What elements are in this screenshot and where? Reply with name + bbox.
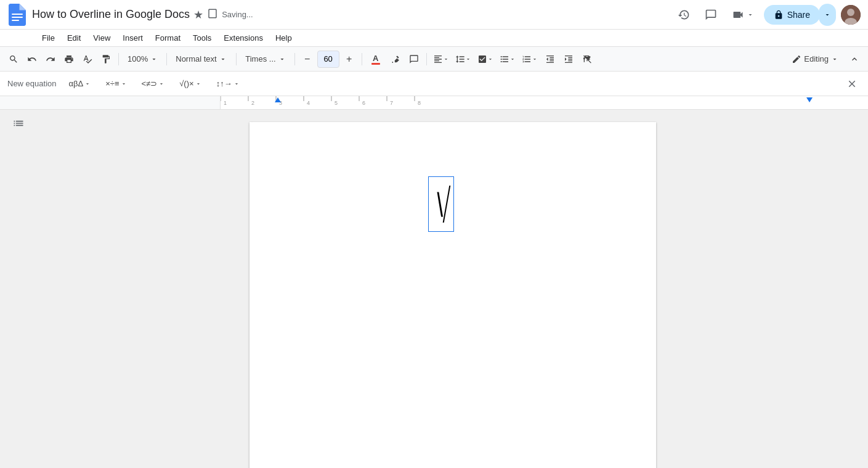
header-right: Share <box>673 4 861 26</box>
star-icon[interactable]: ★ <box>193 8 203 22</box>
menu-format[interactable]: Format <box>150 32 185 44</box>
menu-view[interactable]: View <box>88 32 115 44</box>
expand-toolbar-button[interactable] <box>846 51 863 68</box>
doc-title-row: How to Overline in Google Docs ★ Saving.… <box>32 8 668 22</box>
svg-point-4 <box>847 9 854 16</box>
svg-rect-0 <box>12 14 23 15</box>
font-size-decrease[interactable]: − <box>299 51 316 68</box>
close-equation-bar-button[interactable] <box>843 75 861 92</box>
doc-title-area: How to Overline in Google Docs ★ Saving.… <box>32 8 668 22</box>
align-button[interactable] <box>431 51 452 68</box>
increase-indent-button[interactable] <box>560 51 577 68</box>
greek-letters-group: αβΔ <box>67 78 94 89</box>
menu-extensions[interactable]: Extensions <box>219 32 268 44</box>
relations-button[interactable]: <≠⊃ <box>139 78 168 89</box>
separator-6 <box>426 53 427 65</box>
menu-tools[interactable]: Tools <box>188 32 216 44</box>
print-button[interactable] <box>60 51 78 68</box>
ruler-left-margin <box>0 96 220 109</box>
highlight-button[interactable] <box>387 51 404 68</box>
svg-text:5: 5 <box>335 100 338 106</box>
separator-2 <box>166 53 167 65</box>
svg-text:8: 8 <box>418 100 421 106</box>
menu-edit[interactable]: Edit <box>62 32 86 44</box>
arrows-group: ↕↑→ <box>214 78 242 89</box>
clear-formatting-button[interactable] <box>578 51 596 68</box>
font-size-increase[interactable]: + <box>341 51 358 68</box>
app-icon[interactable] <box>7 5 27 25</box>
font-size-controls: − 60 + <box>299 51 358 68</box>
share-dropdown[interactable] <box>819 4 836 26</box>
svg-text:7: 7 <box>390 100 393 106</box>
undo-button[interactable] <box>23 51 41 68</box>
text-style-dropdown[interactable]: Normal text <box>171 51 232 68</box>
user-avatar[interactable] <box>841 5 861 25</box>
separator-4 <box>294 53 295 65</box>
drive-icon[interactable] <box>207 8 218 22</box>
svg-text:2: 2 <box>251 100 254 106</box>
bullets-button[interactable] <box>497 51 518 68</box>
menu-bar: File Edit View Insert Format Tools Exten… <box>0 30 868 47</box>
menu-file[interactable]: File <box>37 32 60 44</box>
spellcheck-button[interactable] <box>79 51 96 68</box>
title-bar: How to Overline in Google Docs ★ Saving.… <box>0 0 868 30</box>
toolbar: 100% Normal text Times ... − 60 + A <box>0 47 868 72</box>
ruler-inner: 1 2 3 4 5 6 7 8 <box>220 96 868 109</box>
text-color-button[interactable]: A <box>366 51 386 68</box>
svg-rect-1 <box>12 17 23 18</box>
checklist-button[interactable] <box>475 51 496 68</box>
svg-rect-2 <box>12 20 19 21</box>
ruler: 1 2 3 4 5 6 7 8 <box>0 96 868 110</box>
comment-icon[interactable] <box>700 4 722 26</box>
new-equation-label: New equation <box>7 79 57 88</box>
paint-format-button[interactable] <box>97 51 115 68</box>
saving-status: Saving... <box>222 10 253 19</box>
search-button[interactable] <box>5 51 22 68</box>
separator-3 <box>236 53 237 65</box>
font-size-value[interactable]: 60 <box>317 51 339 68</box>
equation-bar: New equation αβΔ ×÷≡ <≠⊃ √()× ↕↑→ <box>0 72 868 96</box>
left-sidebar <box>0 110 37 468</box>
relations-group: <≠⊃ <box>139 78 168 89</box>
misc-ops-group: ×÷≡ <box>103 78 129 89</box>
math-ops-group: √()× <box>177 78 203 89</box>
document-area[interactable]: \ <box>37 110 868 468</box>
zoom-dropdown[interactable]: 100% <box>123 51 163 68</box>
svg-text:6: 6 <box>362 100 365 106</box>
numbered-list-button[interactable] <box>519 51 540 68</box>
line-spacing-button[interactable] <box>453 51 474 68</box>
outline-toggle[interactable] <box>12 117 25 132</box>
document-page: \ <box>249 122 656 468</box>
arrows-button[interactable]: ↕↑→ <box>214 78 242 89</box>
decrease-indent-button[interactable] <box>541 51 559 68</box>
main-area: \ <box>0 110 868 468</box>
misc-ops-button[interactable]: ×÷≡ <box>103 78 129 89</box>
share-label: Share <box>787 10 810 20</box>
share-button[interactable]: Share <box>764 5 820 25</box>
history-icon[interactable] <box>673 4 695 26</box>
equation-content: \ <box>431 186 450 223</box>
inline-comment-button[interactable] <box>405 51 423 68</box>
menu-help[interactable]: Help <box>270 32 297 44</box>
svg-text:1: 1 <box>224 100 227 106</box>
doc-title[interactable]: How to Overline in Google Docs <box>32 8 190 21</box>
svg-text:4: 4 <box>307 100 310 106</box>
math-ops-button[interactable]: √()× <box>177 78 203 89</box>
separator-5 <box>362 53 362 65</box>
separator-1 <box>118 53 119 65</box>
meet-button[interactable] <box>727 4 759 26</box>
redo-button[interactable] <box>42 51 59 68</box>
editing-mode-dropdown[interactable]: Editing <box>785 51 845 68</box>
greek-letters-button[interactable]: αβΔ <box>67 78 94 89</box>
equation-box[interactable]: \ <box>428 176 454 232</box>
menu-insert[interactable]: Insert <box>118 32 148 44</box>
font-name-dropdown[interactable]: Times ... <box>240 51 290 68</box>
